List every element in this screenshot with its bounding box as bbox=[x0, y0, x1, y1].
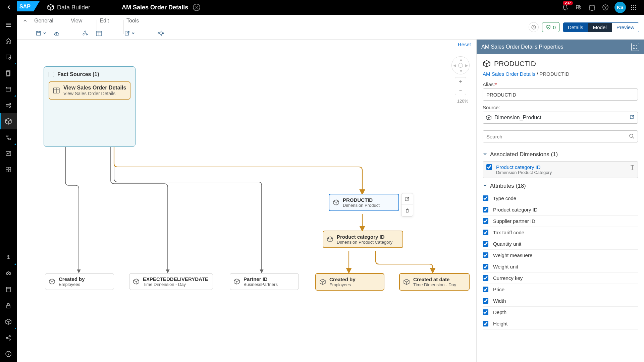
fact-source-node[interactable]: View Sales Order Details View Sales Orde… bbox=[49, 81, 130, 100]
alias-input[interactable] bbox=[483, 88, 638, 101]
cube-icon bbox=[483, 60, 491, 68]
seg-details[interactable]: Details bbox=[563, 23, 588, 32]
attr-checkbox[interactable] bbox=[483, 309, 488, 315]
svg-point-18 bbox=[6, 104, 8, 106]
nav-lock[interactable] bbox=[0, 298, 17, 314]
attribute-item[interactable]: Price bbox=[483, 284, 638, 295]
nav-model-cfg[interactable] bbox=[0, 249, 17, 265]
svg-point-50 bbox=[630, 134, 633, 137]
attribute-item[interactable]: Type code bbox=[483, 193, 638, 204]
impact-button[interactable] bbox=[155, 28, 167, 38]
nav-menu-button[interactable] bbox=[0, 17, 17, 33]
notifications-button[interactable]: 237 bbox=[559, 2, 571, 13]
attribute-item[interactable]: Supplier partner ID bbox=[483, 216, 638, 227]
diagram-canvas[interactable]: Reset ▲ ▼ ◀ ▶ ＋ － 120% Fact Sources (1) bbox=[17, 40, 476, 362]
attribute-item[interactable]: Weight unit bbox=[483, 261, 638, 273]
nav-package[interactable] bbox=[0, 314, 17, 330]
attribute-item[interactable]: Width bbox=[483, 295, 638, 307]
zoom-in-button[interactable]: ＋ bbox=[455, 77, 466, 86]
info-button[interactable] bbox=[586, 2, 598, 13]
svg-point-43 bbox=[158, 33, 159, 34]
panel-title: AM Sales Order Details Properties bbox=[481, 44, 564, 50]
attr-checkbox[interactable] bbox=[483, 195, 488, 201]
help-button[interactable]: ? bbox=[600, 2, 611, 13]
breadcrumb-app[interactable]: Data Builder bbox=[57, 4, 90, 11]
node-product-category[interactable]: Product category IDDimension Product Cat… bbox=[323, 231, 403, 248]
attr-checkbox[interactable] bbox=[483, 218, 488, 224]
nav-dashboard[interactable] bbox=[0, 162, 17, 178]
attr-checkbox[interactable] bbox=[483, 264, 488, 269]
nav-marketplace[interactable] bbox=[0, 81, 17, 97]
attr-checkbox[interactable] bbox=[483, 321, 488, 326]
expand-panel-button[interactable] bbox=[631, 43, 639, 51]
collapse-toolbar-button[interactable] bbox=[21, 17, 29, 24]
attribute-item[interactable]: Quantity unit bbox=[483, 238, 638, 250]
assoc-dimension-item[interactable]: Product category ID Dimension Product Ca… bbox=[483, 161, 638, 178]
node-expected-delivery[interactable]: EXPECTEDDELIVERYDATETime Dimension - Day bbox=[129, 273, 213, 290]
assoc-section-header[interactable]: Associated Dimensions (1) bbox=[483, 151, 638, 158]
attr-checkbox[interactable] bbox=[483, 230, 488, 235]
nav-business-builder[interactable] bbox=[0, 97, 17, 113]
chevron-down-icon bbox=[483, 151, 487, 158]
node-created-by-2[interactable]: Created byEmployees bbox=[315, 273, 384, 291]
close-tab-button[interactable]: ✕ bbox=[193, 4, 200, 11]
node-created-by-1[interactable]: Created byEmployees bbox=[45, 273, 114, 290]
save-button[interactable] bbox=[33, 28, 49, 38]
attr-checkbox[interactable] bbox=[483, 275, 488, 281]
nav-home[interactable] bbox=[0, 33, 17, 49]
node-created-at[interactable]: Created at dateTime Dimension - Day bbox=[399, 273, 470, 291]
nav-share[interactable] bbox=[0, 330, 17, 346]
seg-model[interactable]: Model bbox=[588, 23, 612, 32]
node-productid[interactable]: PRODUCTIDDimension Product bbox=[329, 194, 399, 211]
nav-repository[interactable] bbox=[0, 49, 17, 65]
chevron-down-icon bbox=[483, 183, 487, 189]
user-avatar[interactable]: KS bbox=[614, 2, 626, 13]
export-button[interactable] bbox=[121, 28, 138, 38]
attribute-item[interactable]: Height bbox=[483, 318, 638, 329]
nav-analytic[interactable] bbox=[0, 145, 17, 162]
shell-bar: SAP Data Builder AM Sales Order Details … bbox=[0, 0, 644, 15]
node-partner-id[interactable]: Partner IDBusinessPartners bbox=[230, 273, 299, 290]
open-source-button[interactable] bbox=[630, 114, 635, 121]
attr-checkbox[interactable] bbox=[483, 287, 488, 292]
attr-label: Product category ID bbox=[493, 207, 538, 213]
nav-data-flow[interactable] bbox=[0, 129, 17, 145]
deploy-button[interactable] bbox=[51, 28, 62, 38]
pan-control[interactable]: ▲ ▼ ◀ ▶ bbox=[451, 56, 470, 74]
nav-search[interactable] bbox=[0, 265, 17, 282]
app-switcher-button[interactable] bbox=[628, 2, 639, 13]
attr-checkbox[interactable] bbox=[483, 241, 488, 247]
nav-book[interactable] bbox=[0, 282, 17, 298]
history-button[interactable] bbox=[529, 22, 539, 32]
attribute-item[interactable]: Tax tariff code bbox=[483, 227, 638, 238]
attr-checkbox[interactable] bbox=[483, 252, 488, 258]
crumb-root[interactable]: AM Sales Order Details bbox=[483, 71, 535, 77]
reset-button[interactable]: Reset bbox=[458, 42, 471, 47]
nav-catalog[interactable] bbox=[0, 65, 17, 81]
properties-panel: AM Sales Order Details Properties PRODUC… bbox=[476, 40, 644, 362]
zoom-out-button[interactable]: － bbox=[455, 86, 466, 95]
attribute-item[interactable]: Currency key bbox=[483, 273, 638, 284]
hierarchy-view-button[interactable] bbox=[79, 28, 91, 38]
search-input[interactable] bbox=[483, 130, 638, 142]
back-button[interactable] bbox=[5, 3, 13, 12]
validation-chip[interactable]: 0 bbox=[542, 22, 559, 32]
attr-checkbox[interactable] bbox=[483, 298, 488, 304]
grid-view-button[interactable] bbox=[93, 28, 104, 38]
attribute-item[interactable]: Depth bbox=[483, 307, 638, 318]
node-open-button[interactable] bbox=[401, 193, 413, 205]
attribute-item[interactable]: Weight measuere bbox=[483, 250, 638, 261]
attribute-item[interactable]: Product category ID bbox=[483, 204, 638, 216]
nav-about[interactable] bbox=[0, 346, 17, 362]
discussions-button[interactable] bbox=[573, 2, 584, 13]
nav-data-builder[interactable] bbox=[0, 113, 17, 129]
assoc-checkbox[interactable] bbox=[486, 164, 492, 170]
svg-point-39 bbox=[85, 31, 86, 32]
seg-preview[interactable]: Preview bbox=[612, 23, 639, 32]
svg-rect-5 bbox=[631, 5, 632, 6]
cube-icon bbox=[49, 278, 55, 285]
attr-section-header[interactable]: Attributes (18) bbox=[483, 183, 638, 189]
node-delete-button[interactable] bbox=[401, 205, 413, 216]
attr-checkbox[interactable] bbox=[483, 207, 488, 213]
fact-sources-group[interactable]: Fact Sources (1) View Sales Order Detail… bbox=[44, 66, 136, 147]
